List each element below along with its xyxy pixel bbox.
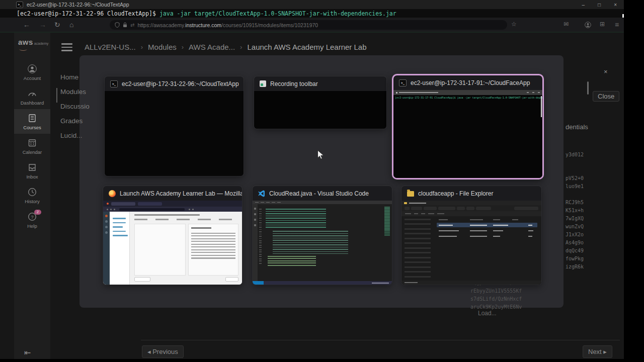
lock-icon [123, 22, 127, 28]
window-preview [103, 201, 242, 285]
modal-close-icon[interactable]: × [604, 68, 608, 75]
next-button[interactable]: Next ▸ [583, 345, 612, 358]
window-title: cloudfaceapp - File Explorer [401, 186, 541, 201]
credential-fragment: RCJ9h5 [566, 200, 584, 205]
explorer-preview [401, 201, 541, 285]
firefox-icon [109, 190, 116, 197]
credential-fragment: J1xX2o [566, 232, 584, 237]
terminal-command: java -jar target/CloudTextApp-1.0-SNAPSH… [159, 10, 396, 17]
calendar-icon [27, 138, 37, 148]
sidebar-item-account[interactable]: Account [14, 60, 50, 84]
breadcrumb-separator: › [240, 43, 242, 51]
switcher-window-cloudtextapp-terminal[interactable]: >_ ec2-user@ip-172-31-22-96:~/CloudTextA… [105, 76, 244, 176]
breadcrumb-section[interactable]: AWS Acade... [189, 43, 235, 51]
aws-academy-logo[interactable]: awsacademy [14, 33, 50, 53]
menu-icon[interactable]: ≡ [615, 21, 619, 29]
sidebar-item-history[interactable]: History [14, 183, 50, 208]
terminal-prompt: [ec2-user@ip-172-31-22-96 CloudTextApp]$ [17, 10, 159, 17]
switcher-window-recording-toolbar[interactable]: Recording toolbar [254, 76, 386, 129]
window-preview: [ec2-user@ip-172-31-17-91 CloudFaceApp]$… [393, 90, 542, 178]
account-icon[interactable] [585, 22, 591, 28]
switcher-window-vscode[interactable]: CloudRead.java - Visual Studio Code [253, 186, 392, 285]
mouse-cursor [317, 150, 325, 160]
sidebar-item-calendar[interactable]: Calendar [14, 134, 50, 158]
credential-long-fragment: s7dSLifd/QzNnHxcf [470, 296, 624, 302]
url-bar[interactable]: ⇄ https://awsacademy.instructure.com/cou… [110, 20, 507, 30]
course-nav-lucid[interactable]: Lucid... [60, 132, 90, 146]
breadcrumb-modules[interactable]: Modules [148, 43, 177, 51]
breadcrumb-current-page: Launch AWS Academy Learner Lab [247, 43, 366, 51]
transfer-icon: ⇄ [130, 22, 134, 28]
canvas-global-nav: awsacademy Account Dashboard Courses Cal… [14, 33, 50, 359]
aws-swoosh [19, 47, 27, 51]
preview-scrollbar [541, 96, 542, 117]
course-nav-grades[interactable]: Grades [60, 117, 90, 132]
sidebar-item-inbox[interactable]: Inbox [14, 158, 50, 183]
window-title: Recording toolbar [254, 76, 386, 91]
inbox-tray-icon [27, 162, 37, 172]
breadcrumb-course[interactable]: ALLv2EN-US... [85, 43, 136, 51]
credentials-heading-fragment: dentials [566, 123, 588, 131]
dashboard-gauge-icon [27, 88, 37, 99]
history-clock-icon [27, 187, 37, 197]
credential-long-fragment: rEbyyZUn1IV5555Kf [470, 288, 624, 294]
terminal-icon: >_ [110, 80, 118, 87]
switcher-window-file-explorer[interactable]: cloudfaceapp - File Explorer [401, 186, 541, 285]
terminal-command-line[interactable]: [ec2-user@ip-172-31-22-96 CloudTextApp]$… [0, 9, 624, 18]
credentials-close-button[interactable]: Close [593, 91, 619, 102]
maximize-button[interactable]: □ [598, 2, 601, 8]
credential-fragment: 7wIgXQ [566, 216, 584, 221]
switcher-window-firefox[interactable]: Launch AWS Academy Learner Lab — Mozilla… [103, 186, 242, 285]
breadcrumb-separator: › [182, 43, 184, 51]
minimize-button[interactable]: – [582, 2, 585, 8]
window-title: >_ ec2-user@ip-172-31-22-96:~/CloudTextA… [105, 76, 244, 91]
sidebar-item-dashboard[interactable]: Dashboard [14, 84, 50, 109]
course-nav-home[interactable]: Home [60, 73, 90, 88]
extensions-icon[interactable]: ⊞ [600, 21, 605, 28]
window-title: Launch AWS Academy Learner Lab — Mozilla… [103, 186, 242, 201]
footer-divider [141, 340, 620, 340]
home-icon[interactable]: ⌂ [69, 20, 73, 29]
credential-fragment: wunZvQ [566, 224, 584, 229]
terminal-window-title: ec2-user@ip-172-31-22-96:~/CloudTextApp [27, 2, 129, 8]
vscode-preview [253, 201, 392, 285]
vscode-icon [258, 190, 265, 197]
credential-long-fragment: aruCk9Kp2uyMtE6Nv [470, 304, 624, 310]
credential-fragment: fowPkg [566, 256, 584, 261]
terminal-icon: >_ [399, 79, 407, 86]
bookmark-star-icon[interactable]: ☆ [511, 20, 517, 29]
previous-button[interactable]: ◂ Previous [142, 345, 184, 358]
close-button[interactable]: × [614, 2, 617, 8]
window-preview [253, 201, 392, 285]
courses-book-icon [27, 113, 37, 123]
panel-scrollbar[interactable] [587, 81, 589, 95]
window-preview [105, 91, 244, 176]
pocket-icon[interactable]: ✉ [564, 21, 569, 28]
help-badge: 2 [34, 210, 41, 215]
forward-icon[interactable]: → [39, 20, 46, 29]
sidebar-item-help[interactable]: ? 2 Help [14, 208, 50, 232]
folder-icon [407, 191, 414, 197]
breadcrumb-separator: › [141, 43, 143, 51]
switcher-window-cloudfaceapp-terminal-selected[interactable]: >_ ec2-user@ip-172-31-17-91:~/CloudFaceA… [392, 74, 544, 179]
sidebar-item-courses[interactable]: Courses [14, 109, 50, 134]
screen: >_ ec2-user@ip-172-31-22-96:~/CloudTextA… [0, 0, 644, 362]
firefox-preview [103, 201, 242, 285]
credential-fragment: dqQc49 [566, 248, 584, 253]
terminal-titlebar[interactable]: >_ ec2-user@ip-172-31-22-96:~/CloudTextA… [0, 0, 624, 9]
svg-text:?: ? [31, 214, 33, 219]
course-nav-modules[interactable]: Modules [56, 88, 90, 103]
url-text: https://awsacademy.instructure.com/cours… [137, 22, 318, 28]
back-icon[interactable]: ← [23, 20, 30, 29]
hamburger-menu-icon[interactable] [61, 43, 72, 53]
credential-fragment: K51x+h [566, 208, 584, 213]
reload-icon[interactable]: ↻ [54, 20, 60, 29]
credential-fragment: As4g9o [566, 240, 584, 245]
page-text-fragment: Load... [478, 310, 497, 317]
terminal-app-icon: >_ [16, 2, 23, 8]
course-nav: Home Modules Discussions Grades Lucid... [60, 73, 90, 146]
recording-app-icon [260, 80, 266, 87]
shield-icon [115, 22, 120, 28]
collapse-nav-icon[interactable]: ⇤ [24, 348, 31, 357]
course-nav-discussions[interactable]: Discussions [60, 103, 90, 117]
